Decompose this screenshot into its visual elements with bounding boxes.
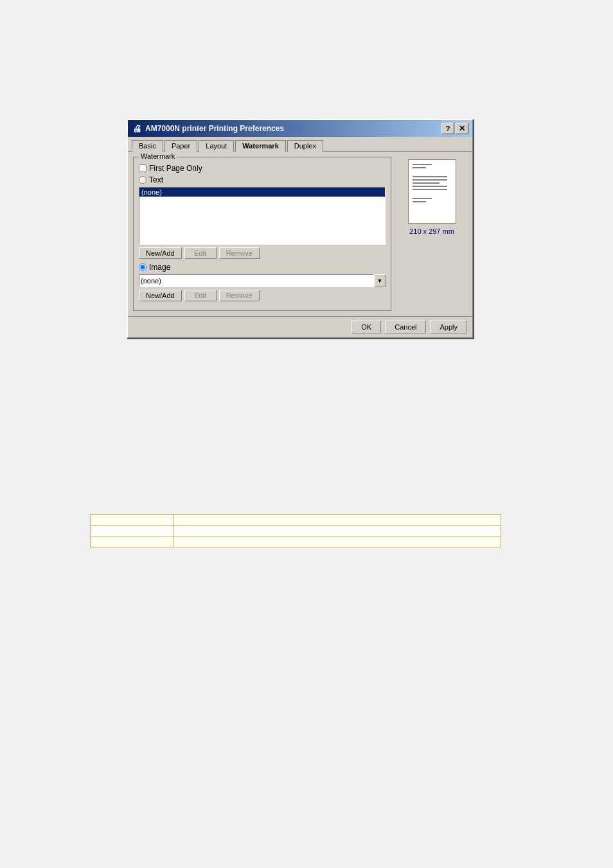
page-line-6 xyxy=(413,186,448,187)
tab-basic[interactable]: Basic xyxy=(132,140,163,152)
tab-duplex[interactable]: Duplex xyxy=(287,140,323,152)
page-line-5 xyxy=(413,182,440,184)
printing-preferences-dialog: 🖨 AM7000N printer Printing Preferences ?… xyxy=(127,119,474,339)
text-radio-label: Text xyxy=(149,175,163,184)
title-bar: 🖨 AM7000N printer Printing Preferences ?… xyxy=(128,120,472,137)
text-remove-button[interactable]: Remove xyxy=(219,247,260,259)
printer-icon: 🖨 xyxy=(132,123,142,134)
image-edit-button[interactable]: Edit xyxy=(184,290,217,301)
table-row xyxy=(91,515,501,526)
text-btn-row: New/Add Edit Remove xyxy=(139,247,386,259)
first-page-only-row: First Page Only xyxy=(139,164,386,173)
table-row xyxy=(91,536,501,547)
page-line-8 xyxy=(413,198,432,199)
dialog-footer: OK Cancel Apply xyxy=(128,316,472,337)
table-cell-2-1 xyxy=(91,526,174,536)
watermark-group-label: Watermark xyxy=(139,152,177,160)
apply-button[interactable]: Apply xyxy=(430,321,467,333)
help-button[interactable]: ? xyxy=(441,123,454,134)
page-line-9 xyxy=(413,201,426,202)
table-row xyxy=(91,526,501,536)
watermark-group: Watermark First Page Only Text (none) xyxy=(133,157,391,311)
dialog-title: AM7000N printer Printing Preferences xyxy=(145,124,284,133)
title-bar-controls: ? ✕ xyxy=(441,123,468,134)
text-list-item-none[interactable]: (none) xyxy=(139,188,385,197)
image-dropdown-row: (none) ▼ xyxy=(139,274,386,287)
table-cell-3-2 xyxy=(174,536,501,547)
tab-bar: Basic Paper Layout Watermark Duplex xyxy=(128,137,472,151)
first-page-only-label: First Page Only xyxy=(149,164,202,173)
first-page-only-checkbox[interactable] xyxy=(139,164,147,172)
page-line-1 xyxy=(413,164,432,165)
tab-layout[interactable]: Layout xyxy=(199,140,234,152)
page-line-7 xyxy=(413,189,448,190)
page-preview xyxy=(408,159,456,224)
close-button[interactable]: ✕ xyxy=(456,123,468,134)
table-cell-3-1 xyxy=(91,536,174,547)
title-bar-left: 🖨 AM7000N printer Printing Preferences xyxy=(132,123,284,134)
page-line-4 xyxy=(413,179,448,181)
text-radio-row: Text xyxy=(139,175,386,184)
tab-paper[interactable]: Paper xyxy=(164,140,197,152)
image-radio-row: Image xyxy=(139,263,386,272)
dialog-content: Watermark First Page Only Text (none) xyxy=(128,151,472,316)
image-btn-row: New/Add Edit Remove xyxy=(139,290,386,301)
right-panel: 210 x 297 mm xyxy=(396,157,467,311)
table-cell-1-1 xyxy=(91,515,174,526)
left-panel: Watermark First Page Only Text (none) xyxy=(133,157,391,311)
page-lines xyxy=(409,160,456,206)
tab-watermark[interactable]: Watermark xyxy=(235,140,285,152)
text-listbox[interactable]: (none) xyxy=(139,187,386,245)
image-remove-button[interactable]: Remove xyxy=(219,290,260,301)
image-radio[interactable] xyxy=(139,263,147,271)
table-cell-2-2 xyxy=(174,526,501,536)
table-cell-1-2 xyxy=(174,515,501,526)
image-select[interactable]: (none) xyxy=(139,274,374,287)
info-table xyxy=(90,514,501,547)
page-size-text: 210 x 297 mm xyxy=(409,227,454,235)
text-new-add-button[interactable]: New/Add xyxy=(139,247,182,259)
ok-button[interactable]: OK xyxy=(351,321,381,333)
text-radio[interactable] xyxy=(139,176,147,184)
dropdown-arrow-icon[interactable]: ▼ xyxy=(374,274,386,287)
text-edit-button[interactable]: Edit xyxy=(184,247,217,259)
image-radio-label: Image xyxy=(149,263,170,272)
page-line-2 xyxy=(413,167,426,168)
cancel-button[interactable]: Cancel xyxy=(385,321,426,333)
image-new-add-button[interactable]: New/Add xyxy=(139,290,182,301)
page-line-3 xyxy=(413,176,448,177)
